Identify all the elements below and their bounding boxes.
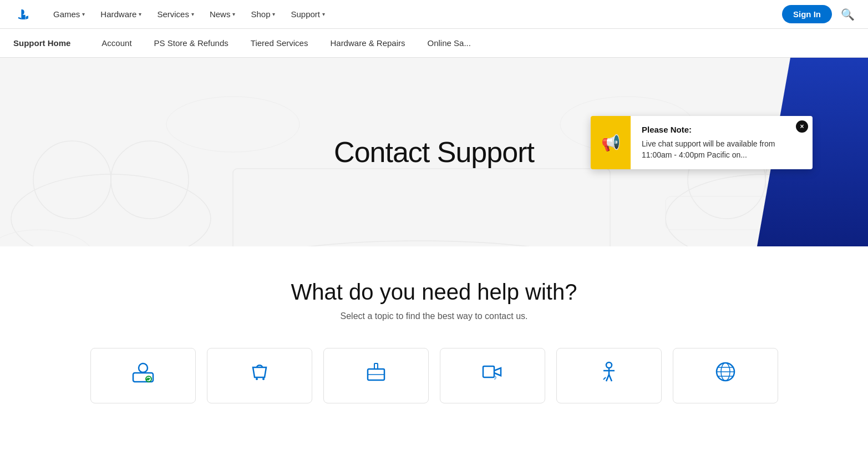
chevron-icon-support: ▾ [322,11,325,17]
nav-link-services[interactable]: Services▾ [150,5,201,23]
category-icon-gaming: ♪ [481,361,504,388]
support-link-ps-store[interactable]: PS Store & Refunds [145,34,237,52]
svg-text:♪: ♪ [494,373,497,381]
help-subheading: Select a topic to find the best way to c… [59,311,809,321]
svg-point-13 [139,363,148,372]
top-nav-links: Games▾Hardware▾Services▾News▾Shop▾Suppor… [47,5,782,23]
hero-title: Contact Support [334,135,534,169]
chevron-icon-services: ▾ [191,11,194,17]
chevron-icon-news: ▾ [232,11,235,17]
category-cards: ♪ [59,348,809,403]
top-nav-right: Sign In 🔍 [782,5,855,23]
category-icon-accessibility [598,361,620,388]
notification-text: Live chat support will be available from… [642,139,801,160]
search-icon: 🔍 [841,8,855,21]
ps-logo[interactable] [13,4,33,24]
main-content: What do you need help with? Select a top… [46,246,823,426]
category-card-network[interactable] [673,348,778,403]
megaphone-icon: 📢 [601,134,621,152]
notification-body: × Please Note: Live chat support will be… [631,116,813,169]
category-card-ps-store[interactable] [207,348,312,403]
category-card-gaming[interactable]: ♪ [440,348,545,403]
support-nav-links: AccountPS Store & RefundsTiered Services… [93,34,480,52]
search-button[interactable]: 🔍 [841,8,855,21]
chevron-icon-hardware: ▾ [139,11,141,17]
hero-section: Contact Support 📢 × Please Note: Live ch… [0,58,868,246]
svg-point-10 [0,230,94,246]
support-home-link[interactable]: Support Home [13,38,70,48]
help-heading: What do you need help with? [59,280,809,305]
svg-point-3 [225,241,613,246]
support-link-tiered-services[interactable]: Tiered Services [242,34,317,52]
support-link-account[interactable]: Account [93,34,140,52]
svg-rect-20 [483,366,494,377]
nav-link-support[interactable]: Support▾ [284,5,332,23]
nav-link-shop[interactable]: Shop▾ [244,5,282,23]
svg-point-15 [256,378,258,380]
svg-rect-18 [374,363,378,369]
category-icon-network [714,361,737,388]
nav-link-hardware[interactable]: Hardware▾ [94,5,148,23]
category-card-account[interactable] [90,348,196,403]
svg-point-1 [33,141,111,219]
notification-popup: 📢 × Please Note: Live chat support will … [591,116,813,169]
support-navigation: Support Home AccountPS Store & RefundsTi… [0,29,868,58]
category-card-accessibility[interactable] [556,348,662,403]
sign-in-button[interactable]: Sign In [782,5,832,23]
hero-content: Contact Support [334,135,534,169]
svg-point-16 [262,378,265,380]
chevron-icon-games: ▾ [82,11,85,17]
top-navigation: Games▾Hardware▾Services▾News▾Shop▾Suppor… [0,0,868,29]
support-link-online-safety[interactable]: Online Sa... [419,34,480,52]
support-link-hardware-repairs[interactable]: Hardware & Repairs [321,34,414,52]
notification-close-button[interactable]: × [796,120,808,133]
nav-link-games[interactable]: Games▾ [47,5,92,23]
nav-link-news[interactable]: News▾ [203,5,242,23]
svg-rect-11 [666,196,776,230]
svg-point-8 [166,97,300,152]
category-card-ps5[interactable] [323,348,429,403]
notification-title: Please Note: [642,125,801,134]
chevron-icon-shop: ▾ [272,11,275,17]
category-icon-ps5 [365,361,387,388]
svg-point-22 [606,362,612,368]
category-icon-account [132,361,154,388]
svg-point-2 [111,141,189,219]
svg-rect-12 [133,373,153,382]
svg-rect-4 [233,169,610,246]
category-icon-ps-store [248,361,271,388]
notification-icon-area: 📢 [591,116,631,169]
